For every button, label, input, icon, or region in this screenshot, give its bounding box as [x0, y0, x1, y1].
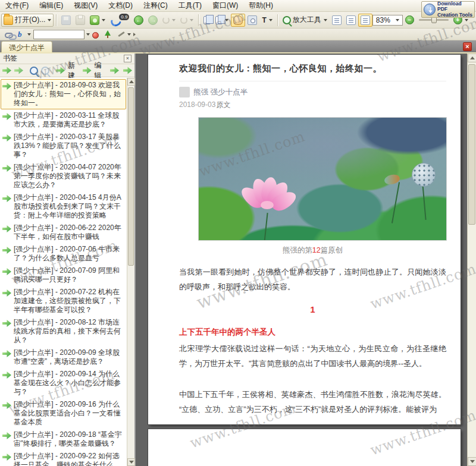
undo-button[interactable] — [160, 14, 178, 27]
share-icon — [90, 15, 99, 25]
new-bookmark-icon[interactable] — [56, 67, 65, 75]
menu-tools[interactable]: 工具(T) — [173, 0, 207, 12]
secondary-toolbar: b — [0, 29, 476, 40]
sign-button[interactable]: 0.9 — [108, 14, 131, 27]
text-select-icon: T — [262, 16, 266, 24]
document-scrollbar[interactable] — [467, 53, 476, 466]
magnify-tool-button[interactable]: 放大工具 — [280, 14, 330, 27]
hand-tool-button[interactable] — [231, 14, 245, 27]
scroll-down-button[interactable] — [468, 457, 476, 466]
bookmark-item[interactable]: [强少十点半] - 2018-09-03 欢迎我们的女儿：熊知一，心怀良知，始终… — [1, 79, 126, 109]
go-forward-button[interactable]: → — [146, 14, 160, 27]
bookmarks-header: 书签 × — [0, 53, 134, 64]
go-back-button[interactable]: ← — [131, 14, 146, 27]
open-button[interactable]: 打开(O)... — [1, 14, 54, 27]
zoom-level-combobox[interactable]: 83% — [372, 15, 403, 26]
bookmark-item[interactable]: [强少十点半] - 2020-07-06 牛市来了？为什么多数人总是血亏 — [1, 243, 126, 265]
close-panel-button[interactable]: × — [124, 55, 131, 62]
original-link[interactable]: 原文 — [216, 100, 230, 109]
print-icon — [76, 15, 85, 25]
text-select-button[interactable]: T — [259, 14, 274, 27]
pdf-page-1[interactable]: 欢迎我们的女儿：熊知一，心怀良知，始终如一。 熊强 强少十点半 2018-09-… — [148, 55, 461, 424]
print-button[interactable] — [73, 14, 87, 27]
save-button[interactable] — [59, 14, 73, 27]
email-share-button[interactable] — [87, 14, 108, 27]
menu-file[interactable]: 文件(F) — [0, 0, 34, 12]
undo-caret[interactable] — [172, 19, 176, 21]
scrollbar-thumb[interactable] — [128, 87, 134, 266]
redo-caret[interactable] — [190, 19, 193, 21]
pencil-caret[interactable] — [127, 33, 131, 36]
collapse-bookmarks-icon[interactable] — [14, 67, 23, 75]
menu-help[interactable]: 帮助(H) — [243, 0, 278, 12]
menu-edit[interactable]: 编辑(E) — [34, 0, 68, 12]
bookmark-item[interactable]: [强少十点半] - 2020-07-09 阿里和腾讯买哪一只更好？ — [1, 265, 126, 286]
bookmark-item[interactable]: [强少十点半] - 2020-06-22 2020年下半年，如何在股市中赚钱 — [1, 222, 126, 243]
expand-bookmarks-icon[interactable] — [2, 67, 11, 75]
bookmark-icon — [2, 267, 11, 276]
move-bookmark-icon[interactable] — [110, 67, 119, 75]
share-dropdown-caret[interactable] — [102, 19, 105, 21]
bookmark-item[interactable]: [强少十点半] - 2020-03-17 美股暴跌13%？能抄底了吗？发生了什么… — [1, 131, 126, 161]
scroll-down-button[interactable] — [127, 458, 135, 466]
caption-text: 熊强的第 — [283, 246, 312, 254]
zoom-level-caret[interactable] — [396, 19, 399, 21]
bookmark-item[interactable]: [强少十点半] - 2020-07-22 机构在加速建仓，这些股票被抢疯了，下半… — [1, 286, 126, 316]
bookmark-icon — [2, 225, 11, 233]
bookmark-label: [强少十点半] - 2020-04-07 2020年第一季度你的投资赚钱了吗？未… — [14, 163, 124, 190]
menu-view[interactable]: 视图(V) — [68, 0, 103, 12]
pencil-tool-button[interactable] — [114, 28, 133, 41]
bookmark-item[interactable]: [强少十点半] - 2020-09-09 全球股市遭“空袭”，离场还是抄底？ — [1, 347, 126, 368]
main-toolbar: 打开(O)... 0.9 ← → T — [0, 12, 476, 29]
zoom-out-bookmarks-icon[interactable] — [41, 67, 49, 75]
menu-document[interactable]: 文档(D) — [103, 0, 138, 12]
download-pdf-tools-button[interactable]: Download PDFCreation Tools — [421, 1, 475, 18]
edit-bookmark-icon[interactable] — [83, 67, 92, 75]
bookmark-item[interactable]: [强少十点半] - 2020-09-16 为什么基金比股票更适合小白？一文看懂基… — [1, 398, 126, 429]
actual-size-button[interactable] — [358, 14, 372, 27]
zoom-in-caret[interactable] — [465, 19, 468, 21]
locate-button[interactable] — [90, 28, 101, 41]
bookmark-item[interactable]: [强少十点半] - 2020-09-22 如何选择一只基金、赚钱的基金长什么样？ — [1, 450, 126, 466]
rotate-left-button[interactable] — [201, 14, 213, 27]
lotus-seed-pod — [412, 163, 436, 187]
zoom-out-icon: − — [405, 15, 414, 24]
toolbar-overflow-chevron[interactable] — [133, 33, 136, 36]
fit-width-button[interactable] — [330, 14, 344, 27]
bookmark-item[interactable]: [强少十点半] - 2020-04-15 4月份A股市场投资机会到来了吗？文末干… — [1, 191, 126, 222]
redo-button[interactable] — [178, 14, 196, 27]
delete-bookmark-icon[interactable] — [123, 67, 132, 75]
scrollbar-thumb[interactable] — [468, 64, 475, 225]
back-arrow-icon: ← — [134, 15, 143, 25]
forward-arrow-icon: → — [148, 15, 158, 25]
link-tool-button[interactable] — [2, 28, 15, 41]
bookmark-item[interactable]: [强少十点半] - 2020-04-07 2020年第一季度你的投资赚钱了吗？未… — [1, 161, 126, 191]
caption-number: 12 — [312, 246, 321, 254]
bookmark-item[interactable]: [强少十点半] - 2020-09-18 “基金宇宙”终极排行，哪类基金最赚钱？ — [1, 429, 126, 450]
open-label: 打开(O)... — [15, 15, 45, 25]
menu-window[interactable]: 窗口(W) — [207, 0, 243, 12]
zoom-slider[interactable] — [419, 19, 449, 21]
scroll-up-button[interactable] — [468, 53, 476, 62]
zoom-in-bookmarks-icon[interactable] — [30, 67, 38, 75]
annotation-caret[interactable] — [27, 33, 31, 36]
tree-view-button[interactable] — [101, 28, 114, 41]
bookmark-item[interactable]: [强少十点半] - 2020-08-12 市场连续跳水背后的真相，接下来何去何从… — [1, 316, 126, 347]
close-document-button[interactable]: × — [463, 42, 472, 51]
document-tab[interactable]: 强少十点半 — [1, 41, 52, 52]
zoom-out-button[interactable]: − — [403, 14, 416, 27]
rotate-right-button[interactable] — [213, 14, 231, 27]
fit-page-button[interactable] — [344, 14, 358, 27]
scroll-up-button[interactable] — [127, 78, 135, 86]
annotation-tool-button[interactable]: b — [15, 28, 33, 41]
pdf-page-2[interactable] — [148, 429, 461, 466]
open-dropdown-caret[interactable] — [48, 19, 51, 21]
find-input[interactable] — [33, 30, 84, 39]
text-select-caret[interactable] — [269, 19, 273, 21]
snapshot-button[interactable] — [245, 14, 259, 27]
bookmark-item[interactable]: [强少十点半] - 2020-09-14 为什么基金现在这么火？小白怎么才能参与… — [1, 368, 126, 398]
bookmarks-scrollbar[interactable] — [127, 78, 134, 466]
bookmark-item[interactable]: [强少十点半] - 2020-03-11 全球股市大跌，是要撤离还是抄底？ — [1, 109, 126, 131]
menu-comments[interactable]: 注释(C) — [138, 0, 173, 12]
magnify-caret[interactable] — [324, 19, 327, 21]
